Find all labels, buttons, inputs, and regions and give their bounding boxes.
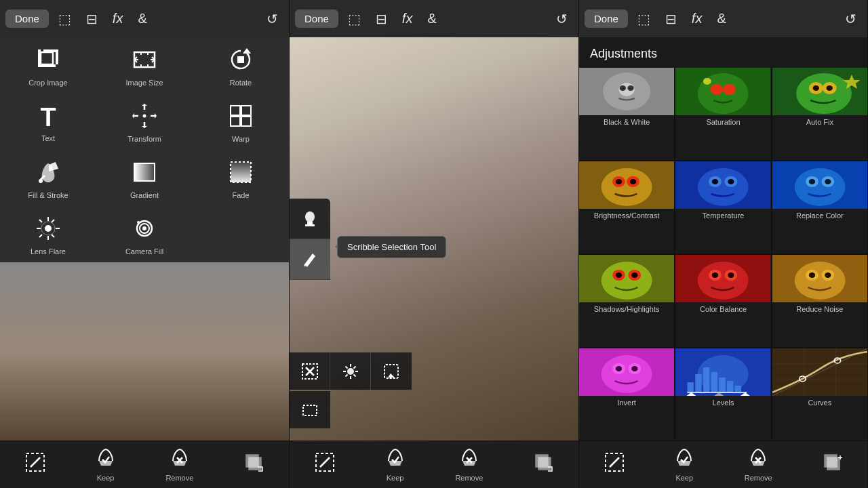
remove-icon	[170, 447, 190, 472]
left-adjust-icon[interactable]: ⊟	[81, 8, 103, 30]
mid-remove-btn[interactable]: Remove	[455, 447, 483, 482]
scribble-tooltip: Scribble Selection Tool	[337, 236, 446, 258]
adj-colorbal[interactable]: Color Balance	[675, 255, 770, 347]
magic-wand-tool[interactable]	[330, 352, 371, 390]
left-done-button[interactable]: Done	[5, 9, 49, 28]
gradient-tool[interactable]: Gradient	[96, 150, 193, 206]
right-keep-label: Keep	[675, 474, 693, 482]
right-layers-btn[interactable]	[822, 452, 842, 477]
right-remove-btn[interactable]: Remove	[745, 447, 772, 482]
gradient-icon	[132, 159, 157, 188]
svg-point-60	[616, 179, 622, 184]
adj-levels[interactable]: Levels	[675, 348, 770, 441]
adj-shadows[interactable]: Shadows/Highlights	[579, 255, 674, 347]
mid-select-btn[interactable]	[315, 452, 335, 477]
stamp-tool[interactable]	[290, 199, 330, 239]
left-bottom-bar: Keep Remove	[0, 441, 289, 488]
adj-saturation[interactable]: Saturation	[675, 68, 770, 160]
mid-select-icon-b	[315, 452, 335, 477]
mid-adjust-icon[interactable]: ⊟	[370, 8, 393, 30]
left-layers-btn[interactable]	[243, 452, 264, 477]
deselect-tool[interactable]	[290, 352, 330, 390]
warp-tool[interactable]: Warp	[193, 94, 289, 150]
svg-rect-106	[735, 386, 741, 392]
mid-done-button[interactable]: Done	[295, 9, 338, 28]
mid-remove-label: Remove	[455, 474, 483, 482]
select-icon	[25, 452, 45, 477]
adj-temperature[interactable]: Temperature	[675, 161, 770, 253]
svg-point-97	[631, 366, 637, 371]
fillstroke-label: Fill & Stroke	[28, 191, 68, 199]
svg-point-69	[794, 168, 845, 206]
svg-point-61	[630, 179, 636, 184]
scribble-tool[interactable]	[290, 239, 330, 280]
svg-point-73	[825, 179, 831, 184]
left-panel: Done ⬚ ⊟ fx & ↺ Crop Image	[0, 0, 290, 488]
rotate-tool[interactable]: Rotate	[193, 37, 289, 94]
right-fx-icon[interactable]: fx	[686, 8, 708, 29]
right-adjust-icon[interactable]: ⊟	[660, 8, 682, 30]
lensflare-tool[interactable]: Lens Flare	[0, 206, 96, 262]
fade-icon	[228, 159, 254, 188]
lasso-tool[interactable]	[371, 352, 412, 390]
adj-curves-thumb	[772, 348, 867, 396]
left-remove-btn[interactable]: Remove	[165, 447, 193, 482]
adj-temp-label: Temperature	[703, 211, 745, 220]
right-done-button[interactable]: Done	[585, 9, 628, 28]
svg-line-35	[320, 458, 330, 467]
right-select-icon-b	[604, 452, 625, 477]
adj-bright-thumb	[579, 161, 674, 209]
mid-fx-icon[interactable]: fx	[397, 8, 418, 29]
transform-tool[interactable]: Transform	[96, 94, 193, 150]
adj-autofix[interactable]: Auto Fix	[772, 68, 867, 160]
fillstroke-icon	[35, 159, 61, 188]
text-label: Text	[41, 134, 55, 142]
mid-undo-icon[interactable]: ↺	[551, 8, 573, 30]
text-tool[interactable]: T Text	[0, 94, 96, 150]
mid-layers-btn[interactable]	[533, 452, 553, 477]
adj-replace[interactable]: Replace Color	[772, 161, 867, 253]
right-undo-icon[interactable]: ↺	[840, 8, 862, 30]
imagesize-tool[interactable]: Image Size	[96, 37, 193, 94]
crop-icon	[35, 47, 61, 76]
mid-keep-btn[interactable]: Keep	[385, 447, 406, 482]
left-blend-icon[interactable]: &	[132, 8, 152, 29]
right-keep-icon	[674, 447, 694, 472]
right-bottom-bar: Keep Remove	[579, 441, 867, 488]
svg-point-57	[601, 168, 652, 206]
svg-point-51	[796, 73, 852, 114]
left-undo-icon[interactable]: ↺	[261, 8, 283, 30]
adj-temp-thumb	[675, 161, 770, 209]
svg-rect-23	[249, 458, 261, 470]
left-keep-btn[interactable]: Keep	[96, 447, 116, 482]
rect-select-tool[interactable]	[290, 391, 330, 428]
adj-reduce-label: Reduce Noise	[796, 305, 843, 313]
svg-point-96	[616, 366, 622, 371]
svg-point-55	[826, 85, 832, 91]
camerafill-tool[interactable]: Camera Fill	[96, 206, 193, 262]
crop-tool[interactable]: Crop Image	[0, 37, 96, 94]
right-blend-icon[interactable]: &	[711, 8, 731, 29]
adj-bw[interactable]: Black & White	[579, 68, 674, 160]
mid-select-icon[interactable]: ⬚	[342, 8, 366, 30]
svg-point-12	[45, 225, 52, 232]
mid-blend-icon[interactable]: &	[422, 8, 441, 29]
adj-brightness[interactable]: Brightness/Contrast	[579, 161, 674, 253]
fade-tool[interactable]: Fade	[193, 150, 289, 206]
svg-line-19	[31, 458, 40, 467]
adj-curves[interactable]: Curves	[772, 348, 867, 441]
right-select-btn[interactable]	[604, 452, 625, 477]
right-select-icon[interactable]: ⬚	[632, 8, 656, 30]
adj-invert[interactable]: Invert	[579, 348, 674, 441]
adj-reduce[interactable]: Reduce Noise	[772, 255, 867, 347]
left-select-icon[interactable]: ⬚	[53, 8, 77, 30]
right-keep-btn[interactable]: Keep	[674, 447, 694, 482]
adj-bw-thumb	[579, 68, 674, 115]
left-select-btn[interactable]	[25, 452, 45, 477]
svg-point-67	[728, 179, 734, 184]
left-fx-icon[interactable]: fx	[107, 8, 129, 29]
svg-rect-105	[727, 381, 733, 392]
svg-point-93	[601, 355, 652, 393]
fillstroke-tool[interactable]: Fill & Stroke	[0, 150, 96, 206]
adj-autofix-thumb	[772, 68, 867, 115]
